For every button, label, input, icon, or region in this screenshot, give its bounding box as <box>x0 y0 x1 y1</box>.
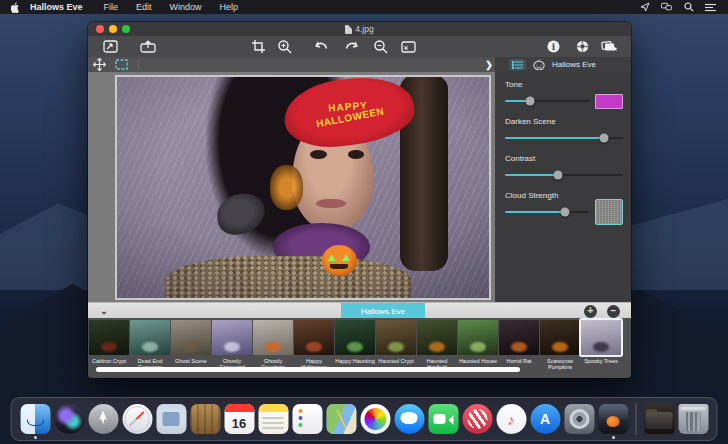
collapse-strip-chevron-icon[interactable]: ⌄ <box>98 305 110 317</box>
dock-divider <box>636 403 637 435</box>
dock-item-reminders[interactable] <box>292 400 323 438</box>
menu-item-help[interactable]: Help <box>220 2 239 12</box>
slider-thumb[interactable] <box>600 134 609 143</box>
frame-thumbnail-happy-haunting[interactable]: Happy Haunting <box>335 320 375 371</box>
dock-item-hallows-eve[interactable] <box>598 400 629 438</box>
dock-item-calendar[interactable]: 16 <box>224 400 255 438</box>
active-app-name[interactable]: Hallows Eve <box>30 2 83 12</box>
menu-item-file[interactable]: File <box>104 2 119 12</box>
frame-thumbnail-spooky-trees[interactable]: Spooky Trees <box>581 320 621 371</box>
dock-item-itunes[interactable] <box>496 400 527 438</box>
slider-thumb[interactable] <box>526 97 535 106</box>
dock-item-trash[interactable] <box>678 400 709 438</box>
slider-track[interactable] <box>505 174 623 176</box>
app-store-icon <box>530 404 560 434</box>
collection-tab[interactable]: Hallows Eve <box>341 303 425 319</box>
location-icon[interactable] <box>639 2 650 13</box>
vignette-overlay <box>117 77 489 298</box>
save-button[interactable] <box>136 36 160 57</box>
window-titlebar[interactable]: 4.jpg <box>88 22 631 36</box>
info-button[interactable]: i <box>541 36 565 57</box>
frame-thumbnail-haunted-hayfield[interactable]: Haunted Hayfield <box>417 320 457 371</box>
crop-button[interactable] <box>246 36 270 57</box>
slider-track[interactable] <box>505 211 589 213</box>
dock-item-downloads-folder[interactable] <box>644 400 675 438</box>
dock-item-app-store[interactable] <box>530 400 561 438</box>
texture-swatch[interactable] <box>595 199 623 225</box>
frame-thumbnail-scarecrow-pumpkins[interactable]: Scarecrow Pumpkins <box>540 320 580 371</box>
dock-item-news[interactable] <box>462 400 493 438</box>
pumpkin-eye-right <box>342 254 350 261</box>
news-icon <box>462 404 492 434</box>
panel-collapse-chevron-icon[interactable]: ❯ <box>482 57 496 72</box>
slider-track[interactable] <box>505 100 589 102</box>
frame-thumbnail-ghostly-graveyard[interactable]: Ghostly Graveyard <box>212 320 252 371</box>
notification-list-icon[interactable] <box>705 2 716 13</box>
frame-thumbnail-ghostly-greetings[interactable]: Ghostly Greetings <box>253 320 293 371</box>
slider-row-cloud-strength: Cloud Strength <box>505 191 623 219</box>
menu-item-edit[interactable]: Edit <box>136 2 152 12</box>
trash-glyph <box>678 404 708 434</box>
slider-row-tone: Tone <box>505 80 623 108</box>
editor-canvas[interactable]: HAPPY HALLOWEEN <box>88 72 495 302</box>
zoom-in-button[interactable] <box>273 36 297 57</box>
running-indicator <box>34 436 37 439</box>
dock-item-messages[interactable] <box>394 400 425 438</box>
frame-thumbnail-horrid-rat[interactable]: Horrid Rat <box>499 320 539 371</box>
frame-thumbnail-label: Caldron Crypt <box>89 358 129 364</box>
undo-button[interactable] <box>309 36 333 57</box>
slider-label: Darken Scene <box>505 117 623 126</box>
eye-right <box>348 150 365 159</box>
menu-item-window[interactable]: Window <box>170 2 202 12</box>
dock-item-notes[interactable] <box>258 400 289 438</box>
dock-item-facetime[interactable] <box>428 400 459 438</box>
dock-item-siri[interactable] <box>54 400 85 438</box>
horizontal-scrollbar[interactable] <box>96 367 520 372</box>
zoom-button[interactable] <box>122 25 130 33</box>
slider-thumb[interactable] <box>560 208 569 217</box>
raven-bird <box>215 191 268 237</box>
dock-item-mail[interactable] <box>156 400 187 438</box>
launchpad-icon <box>88 404 118 434</box>
trash-icon <box>678 404 708 434</box>
dock-item-contacts[interactable] <box>190 400 221 438</box>
color-swatch[interactable] <box>595 94 623 109</box>
effects-frames-button[interactable] <box>597 36 621 57</box>
zoom-out-thumbnails-button[interactable]: − <box>607 305 620 318</box>
slider-thumb[interactable] <box>554 171 563 180</box>
notes-glyph <box>258 404 288 434</box>
slider-track[interactable] <box>505 137 623 139</box>
frame-thumbnail-dead-end-cemetery[interactable]: Dead End Cemetery <box>130 320 170 371</box>
frame-thumbnail-happy-halloween[interactable]: Happy Halloween <box>294 320 334 371</box>
dock-item-launchpad[interactable] <box>88 400 119 438</box>
pumpkin-icon[interactable] <box>533 59 545 70</box>
dock-item-system-preferences[interactable] <box>564 400 595 438</box>
spotlight-icon[interactable] <box>683 2 694 13</box>
calendar-icon: 16 <box>224 404 254 434</box>
fit-preview-button[interactable] <box>396 36 420 57</box>
zoom-out-button[interactable] <box>369 36 393 57</box>
close-button[interactable] <box>96 25 104 33</box>
frames-bottom-bar: ⌄ Hallows Eve + − <box>88 302 631 318</box>
dock-item-safari[interactable] <box>122 400 153 438</box>
dock-item-maps[interactable] <box>326 400 357 438</box>
dock-item-photos[interactable] <box>360 400 391 438</box>
slider-row-contrast: Contrast <box>505 154 623 182</box>
dock-item-finder[interactable] <box>20 400 51 438</box>
list-view-icon[interactable] <box>509 59 526 70</box>
settings-gear-button[interactable] <box>570 36 594 57</box>
apple-menu-icon[interactable] <box>10 2 20 12</box>
downloads-folder-glyph <box>644 404 674 434</box>
frame-thumbnail-ghost-scene[interactable]: Ghost Scene <box>171 320 211 371</box>
redo-button[interactable] <box>339 36 363 57</box>
minimize-button[interactable] <box>109 25 117 33</box>
frame-thumbnail-haunted-house[interactable]: Haunted House <box>458 320 498 371</box>
running-indicator <box>612 436 615 439</box>
frame-thumbnail-caldron-crypt[interactable]: Caldron Crypt <box>89 320 129 371</box>
frame-thumbnail-haunted-crypt[interactable]: Haunted Crypt <box>376 320 416 371</box>
facetime-icon <box>428 404 458 434</box>
thumbnails: Caldron CryptDead End CemeteryGhost Scen… <box>89 320 621 371</box>
zoom-in-thumbnails-button[interactable]: + <box>584 305 597 318</box>
edited-photo[interactable]: HAPPY HALLOWEEN <box>117 77 489 298</box>
displays-icon[interactable] <box>661 2 672 13</box>
